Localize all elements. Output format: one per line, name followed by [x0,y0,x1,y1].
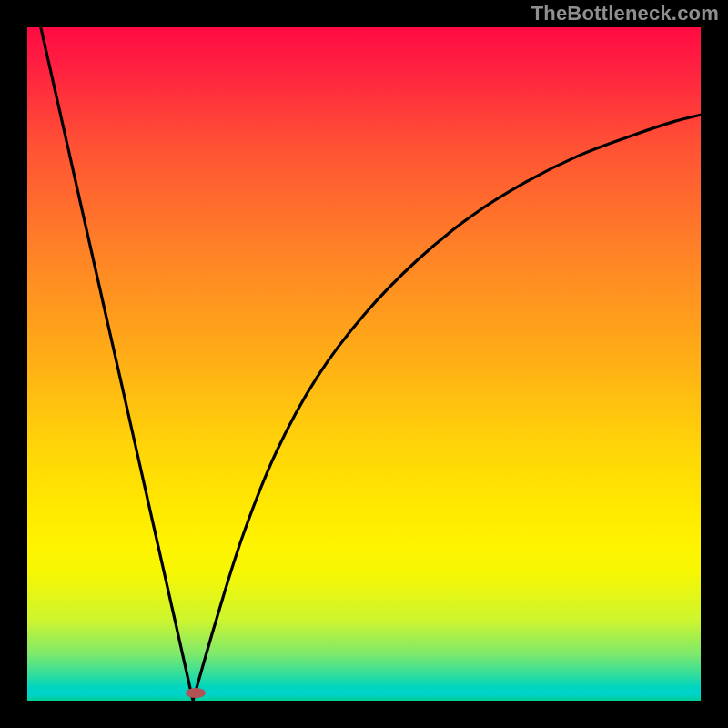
chart-frame: TheBottleneck.com [0,0,728,728]
minimum-marker [186,688,206,698]
watermark-text: TheBottleneck.com [531,2,719,25]
plot-area [27,27,701,701]
bottleneck-curve [27,27,701,701]
